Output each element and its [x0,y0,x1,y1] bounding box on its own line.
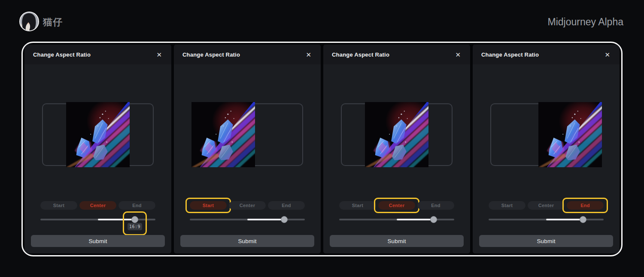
close-icon[interactable]: ✕ [454,51,462,59]
slider-fill [98,219,135,220]
preview-image [538,102,602,167]
change-aspect-ratio-dialog-1: Change Aspect Ratio ✕ Start Center End 1… [24,45,171,253]
dialog-title: Change Aspect Ratio [33,51,91,58]
aspect-ratio-preview-frame [191,103,303,166]
submit-button[interactable]: Submit [180,235,314,247]
aspect-ratio-preview-frame [42,103,154,166]
dialog-title: Change Aspect Ratio [332,51,389,58]
aspect-ratio-slider[interactable] [190,216,305,223]
slider-thumb[interactable] [430,216,437,223]
alignment-options: Start Center End [40,201,155,210]
avatar[interactable] [19,12,39,31]
aspect-ratio-slider[interactable] [40,216,155,223]
slider-thumb[interactable] [580,216,586,223]
close-icon[interactable]: ✕ [155,51,163,59]
dialog-title: Change Aspect Ratio [481,51,539,58]
dialog-header: Change Aspect Ratio ✕ [323,45,470,64]
aspect-ratio-preview-frame [341,103,453,166]
slider-fill [397,219,434,220]
slider-fill [546,219,583,220]
aspect-ratio-slider[interactable] [489,216,604,223]
align-start-button[interactable]: Start [190,201,227,210]
alignment-options: Start Center End [489,201,604,210]
app-title: Midjourney Alpha [548,16,623,28]
aspect-ratio-dialog-group: Change Aspect Ratio ✕ Start Center End 1… [21,42,623,256]
preview-image [191,102,255,167]
submit-button[interactable]: Submit [330,235,464,247]
align-start-button[interactable]: Start [339,201,376,210]
submit-button[interactable]: Submit [479,235,613,247]
align-end-button[interactable]: End [417,201,454,210]
slider-thumb[interactable] [281,216,288,223]
close-icon[interactable]: ✕ [604,51,611,59]
preview-image [66,102,130,167]
align-end-button[interactable]: End [118,201,155,210]
alignment-options: Start Center End [190,201,305,210]
aspect-ratio-slider[interactable] [339,216,454,223]
slider-fill [247,219,284,220]
dialog-header: Change Aspect Ratio ✕ [24,45,171,64]
close-icon[interactable]: ✕ [305,51,312,59]
align-end-button[interactable]: End [567,201,604,210]
align-center-button[interactable]: Center [79,201,116,210]
slider-thumb[interactable] [131,216,138,223]
align-center-button[interactable]: Center [378,201,415,210]
align-end-button[interactable]: End [268,201,305,210]
submit-button[interactable]: Submit [31,235,165,247]
change-aspect-ratio-dialog-3: Change Aspect Ratio ✕ Start Center End S… [323,45,470,253]
slider-value-label: 16:9 [128,223,142,230]
aspect-ratio-preview-frame [490,103,602,166]
username: 猫仔 [43,16,63,29]
align-center-button[interactable]: Center [229,201,266,210]
align-center-button[interactable]: Center [528,201,565,210]
dialog-title: Change Aspect Ratio [182,51,240,58]
alignment-options: Start Center End [339,201,454,210]
preview-image [365,102,428,167]
change-aspect-ratio-dialog-2: Change Aspect Ratio ✕ Start Center End S… [174,45,321,253]
change-aspect-ratio-dialog-4: Change Aspect Ratio ✕ Start Center End S… [473,45,620,253]
align-start-button[interactable]: Start [40,201,77,210]
avatar-image [20,12,38,30]
top-bar: 猫仔 Midjourney Alpha [0,0,644,42]
align-start-button[interactable]: Start [489,201,526,210]
dialog-header: Change Aspect Ratio ✕ [473,45,620,64]
dialog-header: Change Aspect Ratio ✕ [174,45,321,64]
